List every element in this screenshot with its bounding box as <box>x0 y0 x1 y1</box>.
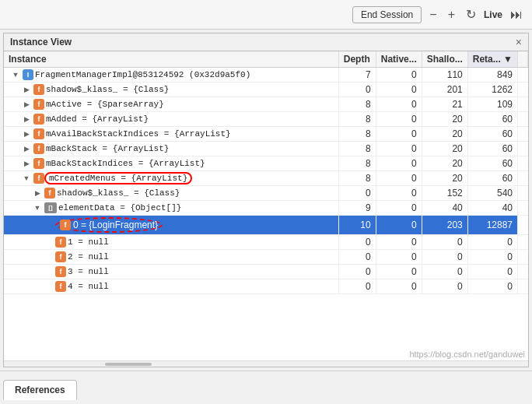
panel-title: Instance View <box>10 37 72 47</box>
table-row[interactable]: ▶fmBackStackIndices = {ArrayList}802060 <box>4 156 528 171</box>
retained-cell: 0 <box>467 235 517 250</box>
table-row[interactable]: ▶fmAdded = {ArrayList}802060 <box>4 112 528 127</box>
toolbar: End Session − + ↻ Live ⏭ <box>0 0 532 30</box>
table-row[interactable]: ▶fshadow$_klass_ = {Class}00152540 <box>4 186 528 201</box>
instance-cell: f3 = null <box>4 265 338 279</box>
shallow-cell: 110 <box>422 68 467 83</box>
scroll-thumb[interactable] <box>105 363 152 366</box>
plus-icon[interactable]: + <box>445 7 458 23</box>
retained-cell: 1262 <box>467 83 517 97</box>
instance-cell: f1 = null <box>4 235 338 250</box>
circled-name: 0 = {LoginFragment} <box>73 220 158 230</box>
retained-cell: 109 <box>467 97 517 112</box>
expand-icon[interactable]: ▶ <box>21 143 32 154</box>
table-row[interactable]: ▼[]elementData = {Object[]}904040 <box>4 201 528 216</box>
col-depth[interactable]: Depth <box>338 51 376 68</box>
skip-icon[interactable]: ⏭ <box>507 7 526 23</box>
shallow-cell: 0 <box>422 250 467 265</box>
expand-icon[interactable]: ▶ <box>21 158 32 169</box>
field-badge: f <box>55 251 66 262</box>
instance-cell: ▼fmCreatedMenus = {ArrayList} <box>4 171 338 186</box>
instance-view-panel: Instance View × Instance Depth Native...… <box>3 33 529 367</box>
retained-cell: 40 <box>467 201 517 216</box>
field-badge: f <box>33 99 44 110</box>
retained-cell: 0 <box>467 250 517 265</box>
native-cell: 0 <box>376 112 422 127</box>
table-row[interactable]: ▶fmAvailBackStackIndices = {ArrayList}80… <box>4 127 528 142</box>
instance-name: shadow$_klass_ = {Class} <box>57 188 180 198</box>
depth-cell: 8 <box>338 142 376 156</box>
instance-name: 3 = null <box>68 267 109 276</box>
shallow-cell: 40 <box>422 201 467 216</box>
depth-cell: 9 <box>338 201 376 216</box>
expand-icon[interactable]: ▶ <box>21 114 32 125</box>
refresh-icon[interactable]: ↻ <box>463 7 479 23</box>
depth-cell: 0 <box>338 186 376 201</box>
col-native[interactable]: Native... <box>376 51 422 68</box>
field-badge: f <box>33 173 44 184</box>
depth-cell: 0 <box>338 83 376 97</box>
table-row[interactable]: f3 = null0000 <box>4 265 528 279</box>
shallow-cell: 20 <box>422 156 467 171</box>
expand-icon[interactable]: ▶ <box>21 84 32 95</box>
collapse-icon[interactable]: ▼ <box>10 69 21 80</box>
end-session-button[interactable]: End Session <box>352 6 422 23</box>
table-row[interactable]: ▶fmBackStack = {ArrayList}802060 <box>4 142 528 156</box>
table-row[interactable]: f4 = null0000 <box>4 279 528 294</box>
instance-badge: I <box>23 69 33 80</box>
table-row[interactable]: ▶fmActive = {SparseArray}8021109 <box>4 97 528 112</box>
native-cell: 0 <box>376 279 422 294</box>
shallow-cell: 20 <box>422 112 467 127</box>
field-badge: f <box>55 237 66 248</box>
instance-cell: ▶fshadow$_klass_ = {Class} <box>4 83 338 97</box>
retained-cell: 60 <box>467 127 517 142</box>
depth-cell: 10 <box>338 216 376 235</box>
col-instance[interactable]: Instance <box>4 51 338 68</box>
col-retained[interactable]: Reta... ▼ <box>467 51 517 68</box>
depth-cell: 8 <box>338 97 376 112</box>
table-row[interactable]: f1 = null0000 <box>4 235 528 250</box>
instance-name: shadow$_klass_ = {Class} <box>46 85 169 94</box>
collapse-icon[interactable]: ▼ <box>32 202 43 213</box>
shallow-cell: 20 <box>422 127 467 142</box>
depth-cell: 0 <box>338 235 376 250</box>
instance-name: mCreatedMenus = {ArrayList} <box>46 174 191 183</box>
instance-cell: ▶fshadow$_klass_ = {Class} <box>4 186 338 201</box>
native-cell: 0 <box>376 250 422 265</box>
watermark: https://blog.csdn.net/ganduwei <box>409 350 525 359</box>
native-cell: 0 <box>376 216 422 235</box>
minus-icon[interactable]: − <box>426 7 439 23</box>
table-row[interactable]: ▼fmCreatedMenus = {ArrayList}802060 <box>4 171 528 186</box>
table-row[interactable]: f2 = null0000 <box>4 250 528 265</box>
instance-cell: ▶fmBackStackIndices = {ArrayList} <box>4 156 338 171</box>
expand-icon[interactable]: ▶ <box>21 99 32 110</box>
instance-cell: ▶fmBackStack = {ArrayList} <box>4 142 338 156</box>
shallow-cell: 152 <box>422 186 467 201</box>
instance-name: elementData = {Object[]} <box>58 203 181 213</box>
expand-icon[interactable]: ▶ <box>32 188 43 198</box>
shallow-cell: 0 <box>422 235 467 250</box>
col-shallow[interactable]: Shallo... <box>422 51 467 68</box>
table-row[interactable]: ▼IFragmentManagerImpl@853124592 (0x32d9a… <box>4 68 528 83</box>
instance-name: 1 = null <box>68 237 109 247</box>
native-cell: 0 <box>376 201 422 216</box>
horizontal-scrollbar[interactable] <box>4 360 528 367</box>
table-container: Instance Depth Native... Shallo... Reta.… <box>4 51 528 360</box>
close-button[interactable]: × <box>516 37 522 47</box>
table-row[interactable]: f0 = {LoginFragment}10020312887 <box>4 216 528 235</box>
field-badge: f <box>33 158 44 169</box>
instance-name: mAvailBackStackIndices = {ArrayList} <box>46 129 231 139</box>
references-tab[interactable]: References <box>3 380 77 400</box>
table-row[interactable]: ▶fshadow$_klass_ = {Class}002011262 <box>4 83 528 97</box>
depth-cell: 0 <box>338 250 376 265</box>
collapse-icon[interactable]: ▼ <box>21 173 32 184</box>
expand-icon[interactable]: ▶ <box>21 128 32 139</box>
field-badge: f <box>33 128 44 139</box>
depth-cell: 8 <box>338 127 376 142</box>
depth-cell: 8 <box>338 156 376 171</box>
instance-table: Instance Depth Native... Shallo... Reta.… <box>4 51 528 294</box>
native-cell: 0 <box>376 265 422 279</box>
field-badge: f <box>33 114 44 125</box>
retained-cell: 60 <box>467 171 517 186</box>
depth-cell: 0 <box>338 279 376 294</box>
